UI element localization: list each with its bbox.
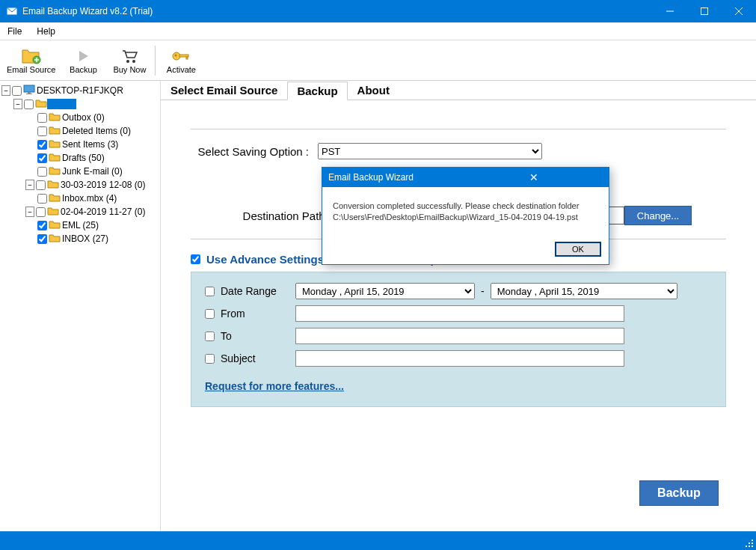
subject-label: Subject (221, 352, 295, 364)
svg-rect-21 (749, 546, 750, 547)
collapse-icon[interactable]: − (1, 85, 10, 96)
toolbar-activate[interactable]: Activate (159, 43, 203, 79)
tree-checkbox[interactable] (37, 234, 47, 244)
toolbar-backup[interactable]: Backup (61, 43, 105, 79)
date-from-select[interactable]: Monday , April 15, 2019 (295, 283, 475, 299)
collapse-icon[interactable]: − (13, 99, 22, 109)
folder-tree[interactable]: − DESKTOP-R1FJKQR − Outbox (0)Deleted It… (0, 81, 161, 531)
svg-rect-20 (746, 546, 747, 547)
tree-item-label: Sent Items (3) (61, 139, 118, 150)
tree-item[interactable]: Sent Items (3) (0, 138, 160, 151)
tree-item[interactable]: Junk E-mail (0) (0, 165, 160, 178)
tree-item-label: Drafts (50) (61, 153, 105, 163)
tree-item-label: 30-03-2019 12-08 (0) (59, 180, 145, 190)
tree-checkbox[interactable] (37, 113, 47, 123)
folder-icon (49, 220, 61, 231)
date-separator: - (481, 285, 485, 297)
to-checkbox[interactable] (205, 331, 215, 341)
svg-point-11 (175, 54, 177, 56)
svg-rect-17 (752, 540, 753, 541)
collapse-icon[interactable]: − (25, 207, 34, 217)
date-to-select[interactable]: Monday , April 15, 2019 (491, 283, 677, 299)
svg-rect-18 (749, 543, 750, 544)
tab-bar: Select Email Source Backup About (161, 81, 756, 100)
resize-grip-icon[interactable] (744, 538, 755, 549)
status-bar (0, 531, 756, 550)
desktop-icon (23, 85, 35, 97)
tree-item[interactable]: Outbox (0) (0, 111, 160, 124)
tree-checkbox[interactable] (37, 167, 47, 177)
minimize-button[interactable] (653, 0, 687, 22)
to-label: To (221, 330, 295, 342)
svg-point-8 (126, 60, 129, 63)
menu-help[interactable]: Help (29, 24, 63, 39)
dialog-body: Conversion completed successfully. Pleas… (322, 187, 609, 237)
dialog-ok-button[interactable]: OK (555, 242, 601, 257)
separator (191, 129, 726, 129)
key-icon (171, 47, 191, 65)
menu-file[interactable]: File (0, 24, 29, 39)
menu-bar: File Help (0, 22, 756, 40)
tree-item[interactable]: −30-03-2019 12-08 (0) (0, 178, 160, 192)
tab-about[interactable]: About (348, 81, 399, 100)
from-input[interactable] (295, 305, 624, 322)
subject-input[interactable] (295, 350, 624, 367)
tree-checkbox[interactable] (36, 207, 46, 217)
tree-checkbox[interactable] (24, 100, 34, 109)
folder-icon (49, 112, 61, 123)
toolbar: Email Source Backup Buy Now Activate (0, 40, 756, 81)
tree-item[interactable]: Inbox.mbx (4) (0, 192, 160, 205)
toolbar-buy-now[interactable]: Buy Now (107, 43, 152, 79)
folder-icon (35, 99, 47, 110)
folder-icon (49, 139, 61, 150)
tree-root[interactable]: − DESKTOP-R1FJKQR (0, 84, 160, 97)
tree-checkbox[interactable] (37, 140, 47, 150)
tree-item[interactable]: Deleted Items (0) (0, 124, 160, 138)
maximize-button[interactable] (687, 0, 722, 22)
to-input[interactable] (295, 328, 624, 344)
play-icon (76, 47, 90, 65)
tree-item[interactable]: INBOX (27) (0, 232, 160, 245)
from-checkbox[interactable] (205, 309, 215, 319)
change-button[interactable]: Change... (624, 206, 692, 225)
toolbar-email-source[interactable]: Email Source (3, 43, 59, 79)
saving-option-select[interactable]: PST (318, 143, 542, 159)
backup-button[interactable]: Backup (639, 480, 719, 506)
cart-icon (120, 47, 138, 65)
tree-item[interactable]: −02-04-2019 11-27 (0) (0, 205, 160, 219)
from-label: From (221, 308, 295, 320)
tree-checkbox[interactable] (37, 153, 47, 163)
tree-checkbox[interactable] (36, 180, 46, 190)
tab-select-source[interactable]: Select Email Source (161, 81, 287, 100)
tree-item[interactable]: − (0, 97, 160, 111)
tree-item-label: Junk E-mail (0) (61, 166, 123, 177)
dialog-title-bar[interactable]: Email Backup Wizard ✕ (322, 168, 609, 187)
dialog-message-line1: Conversion completed successfully. Pleas… (333, 201, 598, 212)
content-area: Select Email Source Backup About Select … (161, 81, 756, 531)
collapse-icon[interactable]: − (25, 180, 34, 190)
svg-rect-22 (752, 546, 753, 547)
window-title: Email Backup Wizard v8.2 (Trial) (22, 6, 653, 16)
close-button[interactable] (722, 0, 756, 22)
tree-checkbox[interactable] (37, 126, 47, 136)
date-range-label: Date Range (221, 285, 295, 297)
subject-checkbox[interactable] (205, 354, 215, 364)
message-dialog: Email Backup Wizard ✕ Conversion complet… (322, 167, 609, 265)
request-features-link[interactable]: Request for more features... (205, 380, 344, 392)
date-range-checkbox[interactable] (205, 287, 215, 296)
dialog-close-button[interactable]: ✕ (466, 171, 603, 183)
tab-backup[interactable]: Backup (287, 82, 347, 100)
tree-checkbox[interactable] (37, 221, 47, 230)
svg-rect-2 (701, 8, 708, 15)
tree-checkbox[interactable] (37, 194, 47, 204)
dialog-title: Email Backup Wizard (328, 172, 466, 183)
svg-rect-14 (24, 85, 34, 92)
svg-point-9 (132, 60, 135, 63)
svg-rect-13 (186, 57, 188, 59)
folder-plus-icon (21, 47, 42, 65)
folder-icon (49, 126, 61, 137)
dialog-message-line2: C:\Users\Fred\Desktop\EmailBackup\Wizard… (333, 212, 598, 223)
tree-checkbox[interactable] (12, 86, 22, 96)
tree-item[interactable]: EML (25) (0, 219, 160, 232)
tree-item[interactable]: Drafts (50) (0, 151, 160, 165)
